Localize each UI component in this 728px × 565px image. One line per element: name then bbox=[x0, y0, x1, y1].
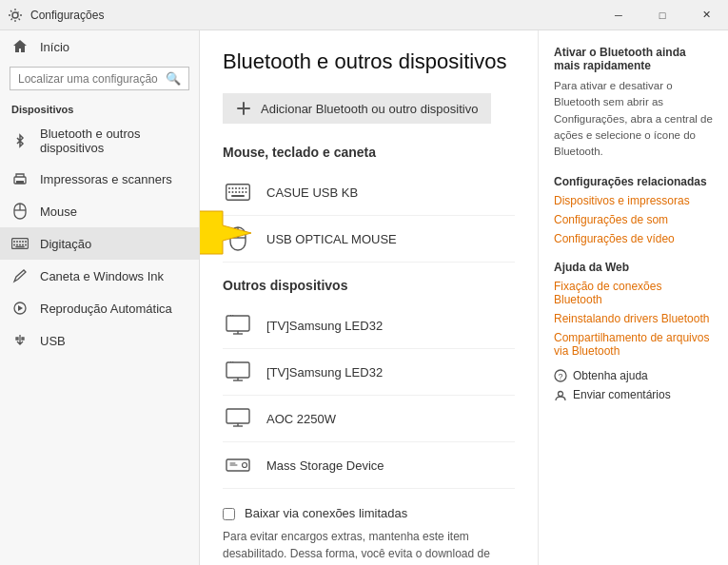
search-input[interactable] bbox=[18, 72, 160, 86]
device-monitor-icon-2 bbox=[223, 357, 253, 387]
content-area: Início 🔍 Dispositivos Bluetooth e outros… bbox=[0, 30, 728, 565]
device-storage-icon bbox=[223, 450, 253, 480]
device-item-mouse: USB OPTICAL MOUSE bbox=[223, 216, 515, 263]
section-title-other: Outros dispositivos bbox=[223, 278, 515, 293]
minimize-button[interactable]: ─ bbox=[597, 0, 640, 30]
get-help-label: Obtenha ajuda bbox=[573, 369, 648, 382]
device-item-tv2: [TV]Samsung LED32 bbox=[223, 349, 515, 396]
maximize-button[interactable]: □ bbox=[640, 0, 684, 30]
svg-rect-47 bbox=[226, 409, 249, 423]
bluetooth-label: Bluetooth e outros dispositivos bbox=[40, 127, 187, 155]
caneta-label: Caneta e Windows Ink bbox=[40, 269, 164, 283]
device-name-tv2: [TV]Samsung LED32 bbox=[266, 365, 383, 380]
titlebar: Configurações ─ □ ✕ bbox=[0, 0, 728, 30]
feedback-link[interactable]: Enviar comentários bbox=[554, 388, 713, 401]
web-help-title: Ajuda da Web bbox=[554, 261, 713, 274]
device-name-storage: Mass Storage Device bbox=[266, 458, 384, 473]
main-content: Bluetooth e outros dispositivos Adiciona… bbox=[200, 30, 538, 565]
svg-point-53 bbox=[243, 463, 247, 468]
settings-window: Configurações ─ □ ✕ Início 🔍 bbox=[0, 0, 728, 565]
sidebar-item-mouse[interactable]: Mouse bbox=[0, 195, 199, 227]
device-monitor-icon-1 bbox=[223, 310, 253, 341]
feedback-label: Enviar comentários bbox=[573, 388, 671, 401]
sidebar: Início 🔍 Dispositivos Bluetooth e outros… bbox=[0, 30, 200, 565]
svg-rect-37 bbox=[226, 316, 249, 331]
sidebar-item-printers[interactable]: Impressoras e scanners bbox=[0, 163, 199, 195]
limited-connections-help: Para evitar encargos extras, mantenha es… bbox=[223, 528, 515, 565]
close-button[interactable]: ✕ bbox=[684, 0, 728, 30]
related-link-1[interactable]: Configurações de som bbox=[554, 213, 713, 226]
titlebar-title: Configurações bbox=[30, 9, 104, 22]
usb-icon bbox=[11, 332, 29, 349]
web-link-1[interactable]: Reinstalando drivers Bluetooth bbox=[554, 312, 713, 325]
search-box[interactable]: 🔍 bbox=[10, 67, 189, 90]
settings-icon bbox=[8, 8, 23, 23]
home-icon bbox=[11, 38, 29, 55]
page-title: Bluetooth e outros dispositivos bbox=[223, 49, 515, 74]
sidebar-item-digitacao[interactable]: Digitação bbox=[0, 227, 199, 260]
add-device-button[interactable]: Adicionar Bluetooth ou outro dispositivo bbox=[223, 93, 491, 124]
autoplay-icon bbox=[11, 300, 29, 317]
device-item-storage: Mass Storage Device bbox=[223, 442, 515, 489]
limited-connections-row: Baixar via conexões limitadas bbox=[223, 506, 515, 520]
device-item-casue: CASUE USB KB bbox=[223, 169, 515, 216]
devices-section-label: Dispositivos bbox=[0, 98, 199, 119]
quick-tip-title: Ativar o Bluetooth ainda mais rapidament… bbox=[554, 46, 713, 72]
sidebar-item-reproducao[interactable]: Reprodução Automática bbox=[0, 292, 199, 324]
get-help-link[interactable]: ? Obtenha ajuda bbox=[554, 369, 713, 382]
related-title: Configurações relacionadas bbox=[554, 175, 713, 188]
question-icon: ? bbox=[554, 369, 567, 382]
add-icon bbox=[236, 101, 251, 116]
device-name-tv1: [TV]Samsung LED32 bbox=[266, 319, 383, 333]
printers-label: Impressoras e scanners bbox=[40, 172, 172, 186]
feedback-icon bbox=[554, 388, 567, 401]
digitacao-label: Digitação bbox=[40, 237, 91, 251]
device-name-casue: CASUE USB KB bbox=[266, 185, 358, 200]
quick-tip-text: Para ativar e desativar o Bluetooth sem … bbox=[554, 78, 713, 160]
titlebar-left: Configurações bbox=[8, 8, 104, 23]
search-icon: 🔍 bbox=[166, 71, 181, 86]
mouse-label: Mouse bbox=[40, 205, 77, 219]
limited-connections-label: Baixar via conexões limitadas bbox=[245, 506, 407, 520]
svg-text:?: ? bbox=[558, 372, 562, 381]
home-label: Início bbox=[40, 40, 69, 54]
device-item-tv1: [TV]Samsung LED32 bbox=[223, 302, 515, 349]
device-name-mouse: USB OPTICAL MOUSE bbox=[266, 232, 397, 246]
titlebar-controls: ─ □ ✕ bbox=[597, 0, 728, 30]
add-device-label: Adicionar Bluetooth ou outro dispositivo bbox=[261, 102, 478, 116]
web-link-2[interactable]: Compartilhamento de arquivos via Bluetoo… bbox=[554, 331, 713, 358]
bluetooth-icon bbox=[11, 132, 29, 149]
sidebar-item-bluetooth[interactable]: Bluetooth e outros dispositivos bbox=[0, 119, 199, 163]
svg-rect-2 bbox=[16, 181, 24, 184]
related-link-2[interactable]: Configurações de vídeo bbox=[554, 232, 713, 245]
mouse-nav-icon bbox=[11, 203, 29, 220]
device-name-aoc: AOC 2250W bbox=[266, 412, 336, 426]
svg-point-0 bbox=[12, 12, 18, 18]
svg-rect-42 bbox=[226, 362, 249, 378]
related-link-0[interactable]: Dispositivos e impressoras bbox=[554, 194, 713, 207]
right-panel: Ativar o Bluetooth ainda mais rapidament… bbox=[538, 30, 728, 565]
printer-icon bbox=[11, 170, 29, 187]
sidebar-home[interactable]: Início bbox=[0, 30, 199, 63]
sidebar-item-usb[interactable]: USB bbox=[0, 324, 199, 357]
device-mouse-icon bbox=[223, 224, 253, 254]
usb-label: USB bbox=[40, 334, 66, 348]
reproducao-label: Reprodução Automática bbox=[40, 302, 172, 316]
pen-icon bbox=[11, 267, 29, 284]
section-title-peripherals: Mouse, teclado e caneta bbox=[223, 145, 515, 160]
limited-connections-checkbox[interactable] bbox=[223, 508, 235, 520]
svg-point-56 bbox=[559, 392, 563, 397]
web-link-0[interactable]: Fixação de conexões Bluetooth bbox=[554, 280, 713, 306]
device-item-aoc: AOC 2250W bbox=[223, 396, 515, 442]
sidebar-item-caneta[interactable]: Caneta e Windows Ink bbox=[0, 260, 199, 292]
device-monitor-icon-3 bbox=[223, 403, 253, 434]
device-keyboard-icon bbox=[223, 177, 253, 207]
keyboard-icon bbox=[11, 235, 29, 252]
